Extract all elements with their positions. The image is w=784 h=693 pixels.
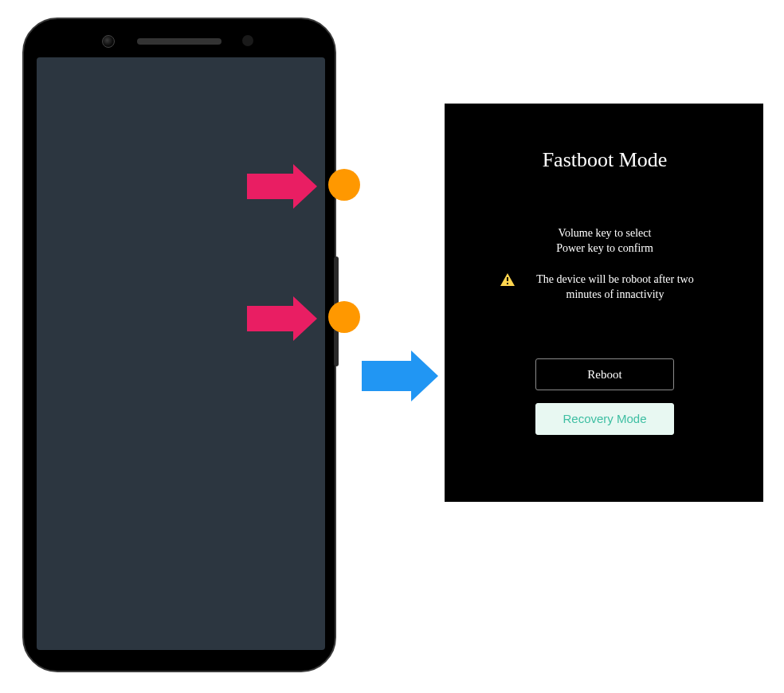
fastboot-instructions: Volume key to select Power key to confir…: [476, 226, 733, 256]
phone-top-bar: [24, 33, 335, 49]
svg-rect-1: [507, 277, 508, 281]
instructions-line-2: Power key to confirm: [476, 241, 733, 256]
svg-rect-2: [507, 283, 508, 284]
recovery-mode-button[interactable]: Recovery Mode: [535, 403, 674, 435]
result-arrow-icon: [362, 350, 438, 401]
sensor-icon: [242, 35, 253, 46]
warning-triangle-icon: [500, 273, 515, 286]
speaker-grill-icon: [137, 38, 221, 45]
fastboot-panel: Fastboot Mode Volume key to select Power…: [457, 116, 752, 495]
instructions-line-1: Volume key to select: [476, 226, 733, 241]
phone-screen: [37, 57, 325, 650]
power-arrow-icon: [247, 296, 317, 341]
fastboot-title: Fastboot Mode: [476, 148, 733, 172]
volume-up-dot-icon: [328, 169, 360, 201]
fastboot-warning: The device will be roboot after two minu…: [476, 272, 733, 303]
volume-up-arrow-icon: [247, 164, 317, 209]
reboot-button[interactable]: Reboot: [535, 358, 674, 390]
phone-mockup: [22, 18, 336, 672]
power-dot-icon: [328, 301, 360, 333]
front-camera-icon: [102, 35, 115, 48]
warning-text: The device will be roboot after two minu…: [521, 272, 709, 303]
